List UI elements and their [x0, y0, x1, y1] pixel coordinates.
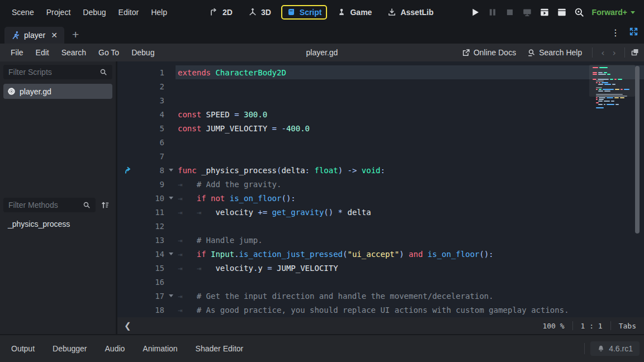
fold-arrow-icon[interactable] — [164, 253, 178, 255]
play-button[interactable] — [470, 7, 480, 17]
help-search-icon — [527, 49, 536, 57]
movie-maker-button[interactable] — [574, 7, 584, 17]
minimap[interactable] — [591, 65, 641, 314]
filter-methods-input[interactable]: Filter Methods — [3, 198, 96, 212]
new-tab-button[interactable]: + — [64, 28, 87, 44]
fold-arrow-icon[interactable] — [164, 294, 178, 297]
script-menu-go-to[interactable]: Go To — [92, 46, 125, 59]
line-number: 5 — [139, 124, 164, 133]
play-custom-scene-button[interactable] — [557, 7, 567, 17]
code-line: 1extends CharacterBody2D — [117, 65, 644, 79]
menu-help[interactable]: Help — [145, 5, 173, 20]
version-button[interactable]: 4.6.rc1 — [590, 341, 640, 356]
remote-debug-button[interactable] — [522, 7, 532, 17]
fold-arrow-icon[interactable] — [164, 169, 178, 172]
external-link-icon — [462, 49, 470, 57]
code-line: 6 — [117, 135, 644, 149]
2d-icon — [210, 8, 219, 17]
line-number: 15 — [139, 264, 164, 273]
chevron-down-icon — [631, 11, 635, 14]
sort-methods-button[interactable] — [98, 198, 112, 212]
panel-output[interactable]: Output — [4, 341, 41, 356]
menu-scene[interactable]: Scene — [6, 5, 40, 20]
search-help-button[interactable]: Search Help — [523, 46, 586, 59]
context-game[interactable]: Game — [332, 6, 377, 19]
context-assetlib[interactable]: AssetLib — [382, 6, 438, 19]
playback-controls — [470, 7, 584, 17]
collapse-sidebar-icon[interactable]: ❮ — [124, 321, 131, 331]
fullscreen-icon[interactable] — [629, 27, 638, 38]
line-number: 12 — [139, 222, 164, 231]
renderer-select[interactable]: Forward+ — [592, 8, 635, 17]
context-script[interactable]: Script — [282, 6, 327, 19]
code-text: func _physics_process(delta: float) -> v… — [178, 166, 385, 175]
divider — [592, 47, 593, 58]
panel-debugger[interactable]: Debugger — [46, 341, 94, 356]
script-menus: FileEditSearchGo ToDebug — [4, 46, 160, 59]
cursor-position: 1 : 1 — [573, 322, 610, 330]
line-number: 16 — [139, 278, 164, 287]
tab-label: player — [24, 31, 45, 40]
methods-list: _physics_process — [3, 212, 112, 331]
filter-scripts-input[interactable]: Filter Scripts — [3, 65, 112, 79]
fold-arrow-icon[interactable] — [164, 197, 178, 199]
filter-methods-placeholder: Filter Methods — [8, 201, 83, 209]
action-label: Search Help — [539, 48, 582, 57]
override-arrow-icon[interactable] — [117, 166, 139, 174]
scripts-list: player.gd — [3, 79, 112, 198]
script-item-label: player.gd — [20, 87, 51, 96]
method-item[interactable]: _physics_process — [3, 218, 112, 230]
script-menu-file[interactable]: File — [4, 46, 30, 59]
script-menu-search[interactable]: Search — [55, 46, 92, 59]
menu-project[interactable]: Project — [40, 5, 77, 20]
script-tab-strip: player ✕ + ⋮ — [0, 25, 644, 44]
make-floating-icon[interactable] — [631, 47, 640, 58]
code-text: ⇥ # As good practice, you should replace… — [178, 306, 569, 315]
play-scene-button[interactable] — [539, 7, 550, 17]
code-line: 5const JUMP_VELOCITY = -400.0 — [117, 121, 644, 135]
menu-editor[interactable]: Editor — [112, 5, 145, 20]
context-2d[interactable]: 2D — [205, 6, 238, 19]
line-number: 18 — [139, 306, 164, 315]
tab-player[interactable]: player ✕ — [4, 27, 64, 44]
scripts-sidebar: Filter Scripts player.gd Filter Methods … — [0, 61, 117, 334]
script-menu-edit[interactable]: Edit — [30, 46, 55, 59]
code-text: const JUMP_VELOCITY = -400.0 — [178, 124, 310, 133]
context-3d[interactable]: 3D — [243, 6, 276, 19]
line-number: 8 — [139, 166, 164, 175]
panel-animation[interactable]: Animation — [136, 341, 184, 356]
code-text: ⇥ # Add the gravity. — [178, 180, 281, 189]
code-text: ⇥ ⇥ velocity.y = JUMP_VELOCITY — [178, 264, 338, 273]
indent-type[interactable]: Tabs — [611, 322, 637, 330]
divider — [584, 343, 585, 354]
stop-button[interactable] — [505, 7, 515, 17]
panel-audio[interactable]: Audio — [98, 341, 132, 356]
code-text: const SPEED = 300.0 — [178, 110, 267, 119]
pause-button[interactable] — [487, 7, 498, 17]
code-text: ⇥ # Get the input direction and handle t… — [178, 292, 494, 301]
code-line: 13⇥ # Handle jump. — [117, 233, 644, 247]
code-line: 9⇥ # Add the gravity. — [117, 177, 644, 191]
code-line: 10⇥ if not is_on_floor(): — [117, 191, 644, 205]
code-line: 16 — [117, 275, 644, 289]
history-forward-button[interactable]: › — [610, 47, 619, 58]
zoom-level[interactable]: 100 % — [534, 322, 572, 330]
code-line: 18⇥ # As good practice, you should repla… — [117, 303, 644, 317]
menu-debug[interactable]: Debug — [77, 5, 112, 20]
kebab-menu-icon[interactable]: ⋮ — [611, 27, 620, 38]
line-number: 10 — [139, 194, 164, 203]
context-label: 3D — [261, 8, 271, 17]
online-docs-button[interactable]: Online Docs — [457, 46, 520, 59]
code-text: ⇥ ⇥ velocity += get_gravity() * delta — [178, 208, 371, 217]
code-line: 12 — [117, 219, 644, 233]
code-line: 15⇥ ⇥ velocity.y = JUMP_VELOCITY — [117, 261, 644, 275]
script-menu-debug[interactable]: Debug — [125, 46, 160, 59]
script-item[interactable]: player.gd — [3, 84, 112, 99]
scrollbar[interactable] — [635, 66, 640, 234]
close-icon[interactable]: ✕ — [51, 31, 58, 40]
panel-shader-editor[interactable]: Shader Editor — [189, 341, 250, 356]
editor-status-bar: ❮ 100 % 1 : 1 Tabs — [117, 317, 644, 334]
code-editor[interactable]: 1extends CharacterBody2D234const SPEED =… — [117, 61, 644, 317]
context-label: Game — [350, 8, 372, 17]
history-back-button[interactable]: ‹ — [598, 47, 607, 58]
